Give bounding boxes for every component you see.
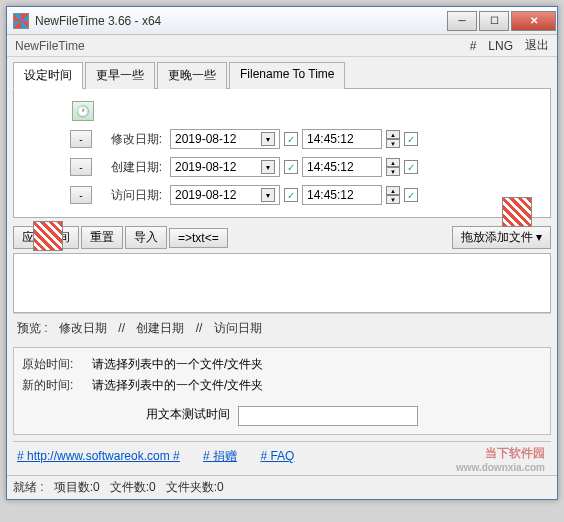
preset-icon-left[interactable] — [33, 221, 63, 251]
spin-up-icon[interactable]: ▲ — [386, 130, 400, 139]
calendar-dropdown-icon[interactable]: ▾ — [261, 188, 275, 202]
titlebar: NewFileTime 3.66 - x64 — [7, 7, 557, 35]
label-created: 创建日期: — [96, 159, 162, 176]
tab-filename-to-time[interactable]: Filename To Time — [229, 62, 345, 89]
decrement-created-button[interactable]: - — [70, 158, 92, 176]
tab-set-time[interactable]: 设定时间 — [13, 62, 83, 89]
spin-up-icon[interactable]: ▲ — [386, 158, 400, 167]
preview-title: 预览 : — [17, 321, 48, 335]
import-button[interactable]: 导入 — [125, 226, 167, 249]
app-icon — [13, 13, 29, 29]
link-donate[interactable]: # 捐赠 — [203, 449, 237, 463]
checkbox-created-time[interactable] — [404, 160, 418, 174]
test-time-label: 用文本测试时间 — [146, 406, 230, 426]
checkbox-created-date[interactable] — [284, 160, 298, 174]
test-time-input[interactable] — [238, 406, 418, 426]
txt-button[interactable]: =>txt<= — [169, 228, 228, 248]
statusbar: 就绪 : 项目数:0 文件数:0 文件夹数:0 — [7, 475, 557, 499]
status-files: 文件数:0 — [110, 479, 156, 496]
spin-down-icon[interactable]: ▼ — [386, 195, 400, 204]
checkbox-accessed-date[interactable] — [284, 188, 298, 202]
tab-earlier[interactable]: 更早一些 — [85, 62, 155, 89]
clock-now-button[interactable] — [72, 101, 94, 121]
decrement-modified-button[interactable]: - — [70, 130, 92, 148]
date-created-input[interactable]: 2019-08-12▾ — [170, 157, 280, 177]
menu-exit[interactable]: 退出 — [525, 37, 549, 54]
main-panel: - 修改日期: 2019-08-12▾ 14:45:12 ▲▼ - 创建日期: … — [13, 89, 551, 218]
status-ready: 就绪 : — [13, 479, 44, 496]
original-time-label: 原始时间: — [22, 356, 92, 373]
maximize-button[interactable] — [479, 11, 509, 31]
label-accessed: 访问日期: — [96, 187, 162, 204]
footer-links: # http://www.softwareok.com # # 捐赠 # FAQ — [13, 441, 551, 471]
spin-up-icon[interactable]: ▲ — [386, 186, 400, 195]
date-modified-input[interactable]: 2019-08-12▾ — [170, 129, 280, 149]
menubar: NewFileTime # LNG 退出 — [7, 35, 557, 57]
spin-down-icon[interactable]: ▼ — [386, 167, 400, 176]
link-website[interactable]: # http://www.softwareok.com # — [17, 449, 180, 463]
original-time-value: 请选择列表中的一个文件/文件夹 — [92, 356, 263, 373]
calendar-dropdown-icon[interactable]: ▾ — [261, 132, 275, 146]
checkbox-modified-date[interactable] — [284, 132, 298, 146]
link-faq[interactable]: # FAQ — [260, 449, 294, 463]
time-created-input[interactable]: 14:45:12 — [302, 157, 382, 177]
preset-icon-right[interactable] — [502, 197, 532, 227]
menu-hash[interactable]: # — [470, 39, 477, 53]
decrement-accessed-button[interactable]: - — [70, 186, 92, 204]
spin-down-icon[interactable]: ▼ — [386, 139, 400, 148]
tab-later[interactable]: 更晚一些 — [157, 62, 227, 89]
time-modified-input[interactable]: 14:45:12 — [302, 129, 382, 149]
new-time-value: 请选择列表中的一个文件/文件夹 — [92, 377, 263, 394]
tab-strip: 设定时间 更早一些 更晚一些 Filename To Time — [13, 61, 551, 89]
action-toolbar: 应用时间 重置 导入 =>txt<= 拖放添加文件 ▾ — [13, 226, 551, 249]
close-button[interactable] — [511, 11, 556, 31]
date-accessed-input[interactable]: 2019-08-12▾ — [170, 185, 280, 205]
menu-lng[interactable]: LNG — [488, 39, 513, 53]
reset-button[interactable]: 重置 — [81, 226, 123, 249]
status-folders: 文件夹数:0 — [166, 479, 224, 496]
time-accessed-input[interactable]: 14:45:12 — [302, 185, 382, 205]
drag-drop-button[interactable]: 拖放添加文件 ▾ — [452, 226, 551, 249]
row-accessed: - 访问日期: 2019-08-12▾ 14:45:12 ▲▼ — [70, 181, 542, 209]
window-title: NewFileTime 3.66 - x64 — [35, 14, 446, 28]
label-modified: 修改日期: — [96, 131, 162, 148]
checkbox-accessed-time[interactable] — [404, 188, 418, 202]
minimize-button[interactable] — [447, 11, 477, 31]
checkbox-modified-time[interactable] — [404, 132, 418, 146]
row-modified: - 修改日期: 2019-08-12▾ 14:45:12 ▲▼ — [70, 125, 542, 153]
app-name-label: NewFileTime — [15, 39, 458, 53]
time-info-box: 原始时间: 请选择列表中的一个文件/文件夹 新的时间: 请选择列表中的一个文件/… — [13, 347, 551, 435]
row-created: - 创建日期: 2019-08-12▾ 14:45:12 ▲▼ — [70, 153, 542, 181]
file-list-area[interactable] — [13, 253, 551, 313]
status-items: 项目数:0 — [54, 479, 100, 496]
new-time-label: 新的时间: — [22, 377, 92, 394]
calendar-dropdown-icon[interactable]: ▾ — [261, 160, 275, 174]
preview-header: 预览 : 修改日期 // 创建日期 // 访问日期 — [13, 313, 551, 343]
